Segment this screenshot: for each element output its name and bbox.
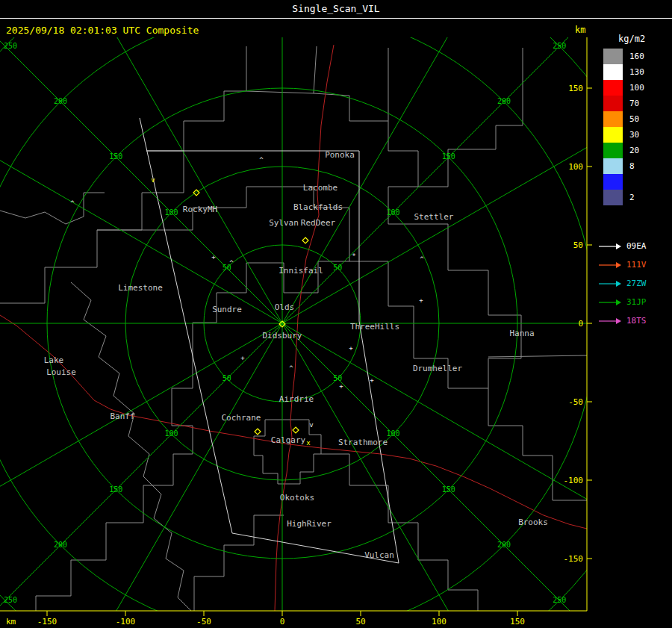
town-marker: ^ [70,199,75,207]
azimuth-spoke [282,37,594,323]
scale-row [603,174,672,190]
city-label: Lacombe [303,183,337,193]
radar-row: 18TS [598,311,672,330]
radar-arrow-icon [598,317,622,326]
ring-distance-label: 50 [333,374,342,382]
scale-row: 160 [603,49,672,64]
radar-row: 111V [598,255,672,274]
scale-swatch [603,143,623,158]
city-label: Limestone [118,283,163,293]
scale-swatch [603,96,623,111]
scale-swatch [603,111,623,127]
azimuth-spoke [0,37,282,323]
town-marker: ^ [420,255,424,263]
scale-swatch [603,158,623,174]
scale-value: 160 [629,52,644,61]
boundary-line [71,282,191,611]
scale-value: 30 [629,130,639,140]
boundary-line [146,46,246,151]
town-marker: + [419,296,423,304]
y-axis-unit-label: km [575,25,585,35]
town-marker: * [352,252,355,260]
radar-row: 27ZW [598,274,672,293]
city-label: Cochrane [222,413,261,423]
city-label: Vulcan [364,550,394,560]
city-label: Brooks [518,517,548,527]
city-label: Okotoks [280,493,314,503]
y-axis-tick-label: 100 [568,162,583,172]
ring-distance-label: 100 [386,208,399,217]
y-axis-tick-label: 150 [568,84,583,93]
ring-distance-label: 250 [4,596,17,604]
scale-value: 50 [629,114,639,124]
scale-row: 20 [603,143,672,158]
radar-id: 18TS [626,316,647,326]
boundary-line [194,515,284,611]
ring-distance-label: 200 [54,97,67,105]
y-axis-tick-label: -50 [568,397,583,407]
city-label: Didsbury [263,331,302,341]
ring-distance-label: 150 [442,485,455,494]
city-label: Strathmore [338,438,388,447]
ring-distance-label: 150 [109,485,122,494]
y-axis-tick-label: -100 [564,476,584,485]
city-diamond-marker [293,427,299,433]
city-label: RockyMH [183,205,217,214]
city-label: Airdrie [279,394,314,404]
boundary-line [488,355,587,357]
city-diamond-marker [302,237,308,243]
scan-timestamp: 2025/09/18 02:01:03 UTC Composite [6,25,199,36]
town-marker: v [151,176,155,184]
boundary-line [388,48,523,187]
scale-value: 8 [629,161,635,171]
ring-distance-label: 100 [164,429,178,438]
ring-distance-label: 100 [386,429,399,438]
axis-right: 150100500-50-100-150 [564,37,593,611]
city-label: Ponoka [325,150,355,160]
x-axis-tick-label: 150 [510,617,525,627]
ring-distance-label: 250 [553,596,566,604]
scale-value: 130 [629,67,644,77]
azimuth-spoke [0,37,282,323]
y-axis-tick-label: 50 [573,240,583,250]
highway-line [290,444,587,529]
city-label: Calgary [271,435,306,445]
scale-swatch [603,190,623,205]
town-marker: ^ [259,156,264,164]
city-label: RedDeer [301,218,336,228]
ring-distance-label: 150 [442,152,455,161]
y-axis-tick-label: -150 [564,554,584,564]
x-axis-tick-label: -150 [37,617,57,627]
radar-sector-outline [140,118,399,563]
scale-swatch [603,64,623,80]
town-marker: + [240,354,245,361]
radar-id: 27ZW [626,279,647,288]
radar-arrow-icon [598,298,622,307]
city-label: HighRiver [287,519,332,529]
town-marker: v [309,421,313,429]
radar-site-list: 09EA111V27ZW31JP18TS [598,237,672,330]
boundary-line [0,193,105,224]
radar-row: 31JP [598,293,672,311]
radar-row: 09EA [598,237,672,255]
small-markers: ^^+^*+^++++^vxv [70,156,424,447]
scale-swatch [603,80,623,96]
city-diamond-marker [255,429,261,435]
radar-map[interactable]: 5050505010010010010015015015015020020020… [0,37,594,628]
ring-distance-label: 50 [333,264,342,272]
city-label: Innisfail [279,266,323,276]
scale-value: 100 [629,83,644,93]
city-label: Sundre [212,305,242,314]
ring-distance-label: 50 [223,374,231,382]
town-marker: + [339,382,343,390]
city-label: Banff [110,411,134,421]
boundary-line [314,48,388,121]
scale-row: 2 [603,190,672,205]
boundary-line [388,306,523,456]
ring-distance-label: 200 [497,541,511,549]
azimuth-spoke [0,37,282,323]
x-axis-tick-label: -50 [196,617,211,627]
x-axis-tick-label: 0 [280,617,285,627]
radar-arrow-icon [598,279,622,288]
ring-distance-label: 150 [109,152,122,161]
